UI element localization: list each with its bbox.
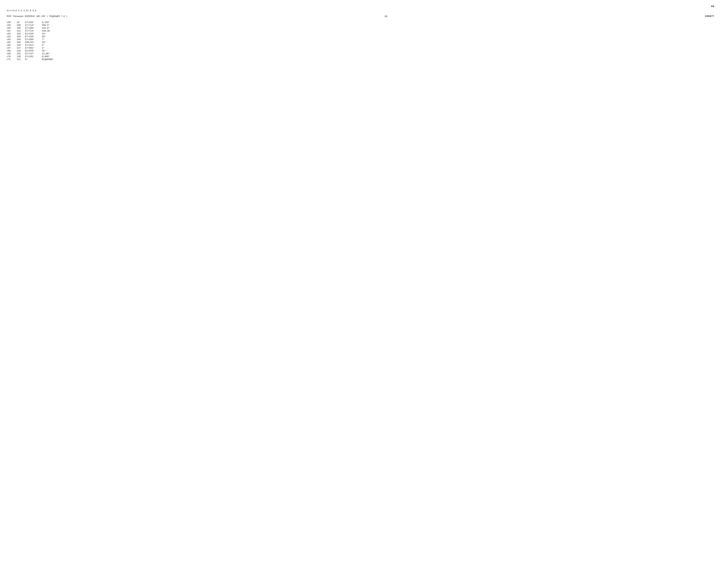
table-cell-col2: 111 — [17, 58, 25, 61]
table-cell-col1: с70 — [7, 55, 17, 58]
table-cell-col1: с63 — [7, 35, 17, 38]
meta-left-text: ПРОГ РАсширяе КОМПЛЕКС АОС-3ЕС ( РЕДАКЦИ… — [7, 15, 67, 18]
table-cell-col1: с61 — [7, 29, 17, 33]
table-row: с68136Е1=070¹32* — [7, 49, 59, 52]
table-cell-col4: 0,159* — [42, 21, 59, 24]
table-cell-col1: с66 — [7, 44, 17, 47]
table-cell-col2: 141 — [17, 29, 25, 33]
table-cell-col1: с58 — [7, 21, 17, 24]
table-cell-col3: Е40=55¹ — [25, 41, 42, 44]
table-cell-col1: с65 — [7, 41, 17, 44]
table-cell-col2: 103 — [17, 35, 25, 38]
table-cell-col2: 10 — [17, 21, 25, 24]
table-cell-col3: Е1=070¹ — [25, 49, 42, 52]
table-cell-col3: Е7=713¹ — [25, 29, 42, 33]
table-cell-col3: Е7=501¹ — [25, 47, 42, 49]
table-row: с62102Е1=163¹24* — [7, 33, 59, 35]
table-cell-col3: Е7=737¹ — [25, 52, 42, 55]
table-cell-col3: Е7=108¹ — [25, 27, 42, 29]
table-row: с61141Е7=713¹540,58 — [7, 29, 59, 33]
table-cell-col4: БУДАКОВА* — [42, 58, 59, 61]
table-cell-col2: 195 — [17, 27, 25, 29]
meta-right-code: 106677 — [705, 15, 714, 18]
table-cell-col4: 2* — [42, 44, 59, 47]
table-cell-col2: 136 — [17, 49, 25, 52]
table-cell-col4: 56* — [42, 35, 59, 38]
table-cell-col4: 590,5* . — [42, 24, 59, 27]
table-row: с65105Е40=55¹10* — [7, 41, 59, 44]
table-cell-col4: 1* — [42, 47, 59, 49]
top-label: 5>>>=1=3 5.2 3.41 A 9.6 — [7, 9, 714, 12]
table-cell-col4: 154,8* — [42, 27, 59, 29]
table-cell-col4: 24* — [42, 33, 59, 35]
header-top-line: 48 — [7, 5, 714, 8]
table-cell-col3: Е7=291¹ — [25, 21, 42, 24]
table-row: с70130Е7=291¹0,060* — [7, 55, 59, 58]
table-cell-col4: 0,060* — [42, 55, 59, 58]
table-row: с64104Е7=209¹7* — [7, 38, 59, 41]
table-cell-col1: с60 — [7, 27, 17, 29]
table-cell-col4: 12,80* — [42, 52, 59, 55]
table-cell-col4: 10* — [42, 41, 59, 44]
data-table: с5810Е7=291¹0,159*с59199Е7=714¹590,5* .с… — [7, 21, 59, 61]
table-row: с60195Е7=108¹154,8* — [7, 27, 59, 29]
table-row: с63103Е7=239¹56* — [7, 35, 59, 38]
table-cell-col2: 147 — [17, 47, 25, 49]
table-row: с59199Е7=714¹590,5* . — [7, 24, 59, 27]
table-cell-col3: Е7=291¹ — [25, 55, 42, 58]
table-cell-col2: 155 — [17, 52, 25, 55]
table-cell-col1: с67 — [7, 47, 17, 49]
table-cell-col1: с64 — [7, 38, 17, 41]
meta-center-page: 11 — [385, 15, 388, 18]
table-cell-col2: 102 — [17, 33, 25, 35]
table-cell-col2: 130 — [17, 55, 25, 58]
table-cell-col3: Е1=163¹ — [25, 33, 42, 35]
table-cell-col3: Е7=512¹ — [25, 44, 42, 47]
table-row: с66120Е7=512¹2* — [7, 44, 59, 47]
table-cell-col1: с68 — [7, 49, 17, 52]
table-cell-col2: 120 — [17, 44, 25, 47]
table-row: с5810Е7=291¹0,159* — [7, 21, 59, 24]
table-cell-col3: Н¹ — [25, 58, 42, 61]
table-cell-col1: с69 — [7, 52, 17, 55]
table-cell-col1: с62 — [7, 33, 17, 35]
table-row: с71111Н¹БУДАКОВА* — [7, 58, 59, 61]
table-row: с67147Е7=501¹1* — [7, 47, 59, 49]
table-cell-col2: 104 — [17, 38, 25, 41]
table-cell-col1: с71 — [7, 58, 17, 61]
table-cell-col2: 105 — [17, 41, 25, 44]
table-cell-col4: 7* — [42, 38, 59, 41]
table-cell-col3: Е7=239¹ — [25, 35, 42, 38]
meta-row: ПРОГ РАсширяе КОМПЛЕКС АОС-3ЕС ( РЕДАКЦИ… — [7, 15, 714, 18]
page-number-top: 48 — [711, 5, 714, 8]
table-cell-col3: Е7=209¹ — [25, 38, 42, 41]
table-cell-col2: 199 — [17, 24, 25, 27]
table-cell-col1: с59 — [7, 24, 17, 27]
table-row: с69155Е7=737¹12,80* — [7, 52, 59, 55]
table-cell-col4: 540,58 — [42, 29, 59, 33]
table-cell-col3: Е7=714¹ — [25, 24, 42, 27]
table-cell-col4: 32* — [42, 49, 59, 52]
